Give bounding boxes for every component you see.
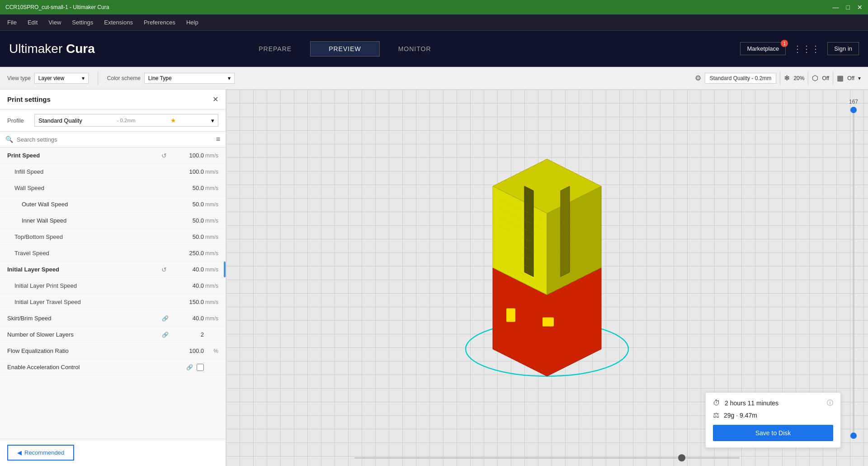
quality-selector[interactable]: Standard Quality - 0.2mm xyxy=(705,73,777,84)
marketplace-button[interactable]: Marketplace 1 xyxy=(740,42,786,55)
profile-name: Standard Quality xyxy=(38,117,82,124)
setting-value-inner-wall-speed: 50.0 xyxy=(172,217,204,224)
setting-value-wall-speed: 50.0 xyxy=(172,185,204,191)
profile-select[interactable]: Standard Quality - 0.2mm ★ ▾ xyxy=(34,114,218,127)
setting-row-inner-wall-speed: Inner Wall Speed 50.0 mm/s xyxy=(0,213,226,229)
3d-model-container xyxy=(457,141,637,390)
adhesion-chevron-icon: ▾ xyxy=(858,75,861,81)
menu-extensions[interactable]: Extensions xyxy=(104,19,133,26)
setting-row-wall-speed: Wall Speed 50.0 mm/s xyxy=(0,180,226,196)
setting-unit-skirt-brim-speed: mm/s xyxy=(204,315,218,322)
recommended-button[interactable]: ◀ Recommended xyxy=(7,445,74,461)
view-type-group: View type Layer view ▾ xyxy=(7,73,89,84)
scroll-indicator xyxy=(224,262,226,277)
setting-row-travel-speed: Travel Speed 250.0 mm/s xyxy=(0,245,226,262)
setting-name-inner-wall-speed: Inner Wall Speed xyxy=(7,217,161,224)
menu-lines-icon[interactable]: ≡ xyxy=(216,135,220,143)
search-icon: 🔍 xyxy=(5,136,13,143)
layer-slider-handle-top[interactable] xyxy=(850,107,857,113)
menu-preferences[interactable]: Preferences xyxy=(144,19,175,26)
window-controls[interactable]: — □ ✕ xyxy=(833,4,863,11)
svg-rect-8 xyxy=(542,318,554,327)
minimize-button[interactable]: — xyxy=(833,4,839,11)
adhesion-value: Off xyxy=(847,75,854,81)
reset-flow-equalization-placeholder xyxy=(161,347,169,355)
setting-row-initial-layer-travel-speed: Initial Layer Travel Speed 150.0 mm/s xyxy=(0,294,226,310)
arrow-left-icon: ◀ xyxy=(17,449,22,456)
fan-value: 20% xyxy=(793,75,804,81)
settings-panel-header: Print settings ✕ xyxy=(0,90,226,109)
view-type-chevron-icon: ▾ xyxy=(82,75,85,81)
bottom-slider-handle[interactable] xyxy=(678,454,685,461)
close-button[interactable]: ✕ xyxy=(857,4,863,11)
setting-value-topbottom-speed: 50.0 xyxy=(172,233,204,240)
color-scheme-label: Color scheme xyxy=(107,75,141,81)
grid-icon[interactable]: ⋮⋮⋮ xyxy=(793,43,820,54)
settings-list: Print Speed ↺ 100.0 mm/s Infill Speed 10… xyxy=(0,147,226,439)
support-icon: ⬡ xyxy=(812,74,818,82)
settings-sliders-icon[interactable]: ⚙ xyxy=(695,74,701,82)
setting-name-infill-speed: Infill Speed xyxy=(7,168,161,175)
settings-close-button[interactable]: ✕ xyxy=(212,95,218,104)
profile-section: Profile Standard Quality - 0.2mm ★ ▾ xyxy=(0,109,226,132)
setting-name-travel-speed: Travel Speed xyxy=(7,250,161,257)
setting-row-initial-layer-speed: Initial Layer Speed ↺ 40.0 mm/s xyxy=(0,262,226,278)
favorite-star-icon[interactable]: ★ xyxy=(170,117,176,124)
menu-help[interactable]: Help xyxy=(186,19,198,26)
tab-monitor[interactable]: MONITOR xyxy=(380,41,450,57)
setting-name-enable-acceleration: Enable Acceleration Control xyxy=(7,364,186,371)
save-to-disk-button[interactable]: Save to Disk xyxy=(713,425,833,441)
search-input[interactable] xyxy=(17,136,212,143)
layer-slider-handle-bottom[interactable] xyxy=(850,433,857,439)
setting-value-outer-wall-speed: 50.0 xyxy=(172,201,204,208)
color-scheme-select[interactable]: Line Type ▾ xyxy=(144,73,235,84)
menubar: File Edit View Settings Extensions Prefe… xyxy=(0,14,868,31)
link-slower-layers-icon[interactable]: 🔗 xyxy=(162,332,169,338)
menu-edit[interactable]: Edit xyxy=(28,19,38,26)
setting-unit-wall-speed: mm/s xyxy=(204,185,218,191)
setting-row-skirt-brim-speed: Skirt/Brim Speed 🔗 40.0 mm/s xyxy=(0,310,226,327)
maximize-button[interactable]: □ xyxy=(846,4,850,11)
layer-slider-track[interactable] xyxy=(853,107,854,439)
menu-file[interactable]: File xyxy=(7,19,17,26)
setting-value-travel-speed: 250.0 xyxy=(172,250,204,257)
reset-print-speed-button[interactable]: ↺ xyxy=(161,152,169,159)
view-type-select[interactable]: Layer view ▾ xyxy=(34,73,89,84)
menu-view[interactable]: View xyxy=(48,19,61,26)
setting-name-print-speed: Print Speed xyxy=(7,152,161,159)
viewport[interactable]: 167 ⏱ 2 hours 11 minutes ⓘ ⚖ 29g · 9.47m xyxy=(226,90,868,466)
reset-inner-wall-placeholder xyxy=(161,217,169,224)
setting-unit-outer-wall-speed: mm/s xyxy=(204,201,218,208)
material-row: ⚖ 29g · 9.47m xyxy=(713,411,833,419)
tab-prepare[interactable]: PREPARE xyxy=(240,41,310,57)
setting-value-infill-speed: 100.0 xyxy=(172,168,204,175)
toolbar-divider-3 xyxy=(808,71,808,85)
time-info-icon[interactable]: ⓘ xyxy=(827,399,833,407)
reset-initial-layer-travel-placeholder xyxy=(161,299,169,306)
setting-name-initial-layer-speed: Initial Layer Speed xyxy=(7,266,161,273)
tab-preview[interactable]: PREVIEW xyxy=(310,41,380,57)
link-acceleration-icon[interactable]: 🔗 xyxy=(186,364,193,371)
app-logo: Ultimaker Cura xyxy=(9,42,95,56)
menu-settings[interactable]: Settings xyxy=(72,19,93,26)
setting-unit-topbottom-speed: mm/s xyxy=(204,234,218,240)
toolbar-settings-group: ⚙ Standard Quality - 0.2mm ❄ 20% ⬡ Off ▦… xyxy=(695,71,861,85)
link-skirt-brim-icon[interactable]: 🔗 xyxy=(162,315,169,322)
adhesion-icon: ▦ xyxy=(837,74,844,82)
settings-panel: Print settings ✕ Profile Standard Qualit… xyxy=(0,90,226,466)
settings-panel-title: Print settings xyxy=(7,95,51,103)
acceleration-control-checkbox[interactable] xyxy=(197,364,204,371)
svg-rect-7 xyxy=(506,309,515,322)
bottom-slider-track[interactable] xyxy=(354,457,740,459)
toolbar: View type Layer view ▾ Color scheme Line… xyxy=(0,67,868,90)
reset-initial-layer-speed-button[interactable]: ↺ xyxy=(161,266,169,273)
setting-name-number-slower-layers: Number of Slower Layers xyxy=(7,331,162,338)
signin-button[interactable]: Sign in xyxy=(827,42,859,55)
material-usage: 29g · 9.47m xyxy=(724,412,833,419)
setting-unit-travel-speed: mm/s xyxy=(204,250,218,257)
model-svg xyxy=(457,141,637,390)
setting-unit-print-speed: mm/s xyxy=(204,152,218,159)
reset-infill-speed-placeholder xyxy=(161,168,169,176)
setting-row-topbottom-speed: Top/Bottom Speed 50.0 mm/s xyxy=(0,229,226,245)
reset-wall-speed-placeholder xyxy=(161,185,169,192)
